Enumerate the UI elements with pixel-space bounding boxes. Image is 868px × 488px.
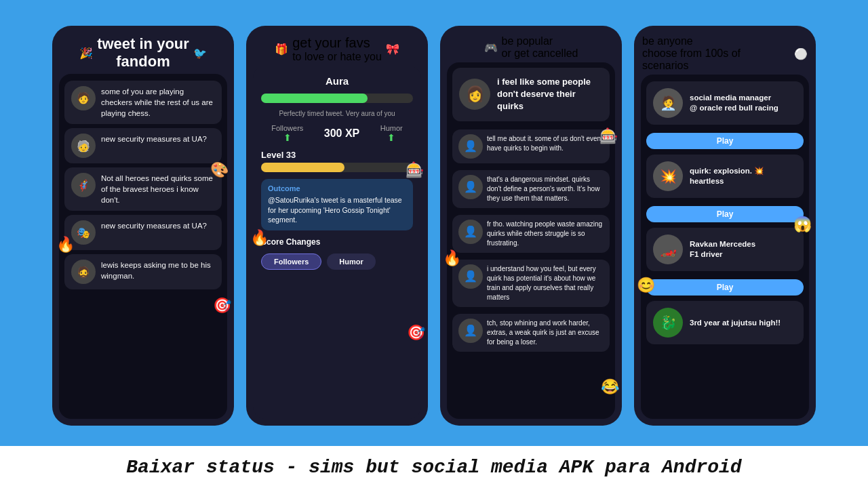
tab-humor[interactable]: Humor bbox=[327, 253, 375, 270]
aura-label: Aura bbox=[261, 75, 413, 87]
followers-stat: Followers ⬆ bbox=[271, 124, 303, 143]
avatar-4: 🎭 bbox=[71, 220, 96, 245]
reply-avatar-5: 👤 bbox=[458, 319, 483, 343]
tab-row: Followers Humor bbox=[261, 253, 413, 270]
card4-header-emoji: ⚪ bbox=[794, 47, 808, 60]
humor-arrow: ⬆ bbox=[380, 132, 403, 143]
reply-row-1: 👤 tell me about it. some of us don't eve… bbox=[452, 129, 610, 163]
scenario-name-3: Ravkan MercedesF1 driver bbox=[690, 239, 797, 260]
phone-card-2: 🎁 get your favs to love or hate you 🎀 Au… bbox=[246, 26, 428, 426]
outcome-text: @SatouRurika's tweet is a masterful teas… bbox=[268, 195, 406, 225]
reply-row-3: 👤 fr tho. watching people waste amazing … bbox=[452, 215, 610, 253]
card2-header-emoji2: 🎀 bbox=[386, 43, 399, 56]
bottom-banner: Baixar status - sims but social media AP… bbox=[0, 446, 868, 488]
level-bar bbox=[261, 163, 413, 172]
tweet-text-1: some of you are playing checkers while t… bbox=[101, 86, 215, 119]
tweet-row-3: 🦸 Not all heroes need quirks some of the… bbox=[64, 167, 222, 211]
scenario-info-2: quirk: explosion. 💥heartless bbox=[690, 166, 797, 186]
scenario-info-3: Ravkan MercedesF1 driver bbox=[690, 239, 797, 260]
reply-row-2: 👤 that's a dangerous mindset. quirks don… bbox=[452, 170, 610, 208]
tweet-row-4: 🎭 new security measures at UA? bbox=[64, 215, 222, 250]
card3-content: 👩 i feel like some people don't deserve … bbox=[447, 62, 615, 419]
card3-subtitle: or get cancelled bbox=[502, 47, 578, 60]
card4-content: 🧑‍💼 social media manager@ oracle red bul… bbox=[641, 75, 809, 419]
card4-header: be anyone choose from 100s of scenarios … bbox=[634, 26, 816, 75]
card4-subtitle: choose from 100s of scenarios bbox=[642, 47, 785, 72]
card1-bird-emoji: 🐦 bbox=[193, 47, 207, 60]
avatar-3: 🦸 bbox=[71, 173, 96, 197]
card1-header-emoji: 🎉 bbox=[79, 47, 93, 60]
scenario-avatar-4: 🐉 bbox=[653, 308, 683, 338]
reply-text-3: fr tho. watching people waste amazing qu… bbox=[487, 220, 604, 248]
card1-title: tweet in your bbox=[97, 35, 189, 53]
level-section: Level 33 bbox=[261, 150, 413, 172]
level-bar-fill bbox=[261, 163, 344, 172]
humor-stat: Humor ⬆ bbox=[380, 124, 403, 143]
reply-text-4: i understand how you feel, but every qui… bbox=[487, 264, 604, 302]
outcome-title: Outcome bbox=[268, 184, 406, 192]
reply-avatar-2: 👤 bbox=[458, 175, 483, 199]
card3-header: 🎮 be popular or get cancelled bbox=[440, 26, 622, 62]
reply-row-4: 👤 i understand how you feel, but every q… bbox=[452, 260, 610, 307]
bottom-text: Baixar status - sims but social media AP… bbox=[126, 457, 741, 478]
reply-text-5: tch, stop whining and work harder, extra… bbox=[487, 319, 604, 347]
tweet-text-5: lewis keeps asking me to be his wingman. bbox=[101, 260, 215, 281]
reply-text-2: that's a dangerous mindset. quirks don't… bbox=[487, 175, 604, 203]
aura-stats: Followers ⬆ 300 XP Humor ⬆ bbox=[261, 124, 413, 143]
card2-header-emoji: 🎁 bbox=[275, 43, 288, 56]
scenario-name-4: 3rd year at jujutsu high!! bbox=[690, 318, 797, 328]
tweet-row-5: 🧔 lewis keeps asking me to be his wingma… bbox=[64, 254, 222, 289]
tweet-text-4: new security measures at UA? bbox=[101, 220, 207, 231]
followers-arrow: ⬆ bbox=[271, 132, 303, 143]
card1-content: 🧑 some of you are playing checkers while… bbox=[59, 74, 227, 419]
card1-header: 🎉 tweet in your fandom 🐦 bbox=[52, 26, 234, 74]
reply-avatar-1: 👤 bbox=[458, 134, 483, 159]
scenario-avatar-3: 🏎️ bbox=[653, 235, 683, 264]
scenario-info-1: social media manager@ oracle red bull ra… bbox=[690, 93, 797, 113]
aura-subtitle: Perfectly timed tweet. Very aura of you bbox=[261, 110, 413, 117]
xp-stat: 300 XP bbox=[324, 127, 359, 140]
play-btn-2[interactable]: Play bbox=[646, 206, 804, 222]
aura-bar bbox=[261, 94, 413, 103]
scenario-avatar-1: 🧑‍💼 bbox=[653, 88, 683, 118]
tweet-text-3: Not all heroes need quirks some of the b… bbox=[101, 173, 215, 205]
card3-header-emoji: 🎮 bbox=[484, 41, 498, 54]
avatar-2: 🧓 bbox=[71, 134, 96, 158]
card2-header: 🎁 get your favs to love or hate you 🎀 bbox=[246, 26, 428, 66]
scenario-name-2: quirk: explosion. 💥heartless bbox=[690, 166, 797, 186]
scenario-2: 💥 quirk: explosion. 💥heartless Play bbox=[646, 155, 804, 222]
featured-msg: 👩 i feel like some people don't deserve … bbox=[452, 68, 610, 121]
scenario-4: 🐉 3rd year at jujutsu high!! bbox=[646, 301, 804, 348]
outcome-box: Outcome @SatouRurika's tweet is a master… bbox=[261, 179, 413, 230]
play-btn-1[interactable]: Play bbox=[646, 133, 804, 149]
tweet-row-2: 🧓 new security measures at UA? bbox=[64, 128, 222, 163]
tweet-row-1: 🧑 some of you are playing checkers while… bbox=[64, 81, 222, 124]
featured-avatar: 👩 bbox=[459, 79, 490, 110]
scenario-info-4: 3rd year at jujutsu high!! bbox=[690, 318, 797, 328]
card3-title: be popular bbox=[502, 35, 578, 47]
avatar-1: 🧑 bbox=[71, 86, 96, 110]
main-area: 🎉 tweet in your fandom 🐦 🧑 some of you a… bbox=[0, 0, 868, 446]
card4-title: be anyone bbox=[642, 35, 785, 47]
play-btn-3[interactable]: Play bbox=[646, 279, 804, 296]
humor-label: Humor bbox=[380, 124, 403, 132]
scenario-1: 🧑‍💼 social media manager@ oracle red bul… bbox=[646, 81, 804, 149]
reply-text-1: tell me about it. some of us don't even … bbox=[487, 134, 604, 153]
aura-bar-fill bbox=[261, 94, 368, 103]
tab-followers[interactable]: Followers bbox=[261, 253, 321, 270]
scenario-avatar-2: 💥 bbox=[653, 161, 683, 191]
card2-title: get your favs bbox=[292, 35, 382, 51]
card2-subtitle: to love or hate you bbox=[292, 51, 382, 63]
featured-text: i feel like some people don't deserve th… bbox=[497, 76, 603, 113]
phone-card-3: 🎮 be popular or get cancelled 👩 i feel l… bbox=[440, 26, 622, 426]
scenario-3: 🏎️ Ravkan MercedesF1 driver Play bbox=[646, 228, 804, 296]
level-label: Level 33 bbox=[261, 150, 413, 160]
reply-avatar-4: 👤 bbox=[458, 264, 483, 289]
followers-label: Followers bbox=[271, 124, 303, 132]
phone-card-1: 🎉 tweet in your fandom 🐦 🧑 some of you a… bbox=[52, 26, 234, 426]
score-changes-title: Score Changes bbox=[261, 237, 413, 247]
phone-card-4: be anyone choose from 100s of scenarios … bbox=[634, 26, 816, 426]
card1-title2: fandom bbox=[97, 53, 189, 70]
avatar-5: 🧔 bbox=[71, 260, 96, 284]
scenario-name-1: social media manager@ oracle red bull ra… bbox=[690, 93, 797, 113]
